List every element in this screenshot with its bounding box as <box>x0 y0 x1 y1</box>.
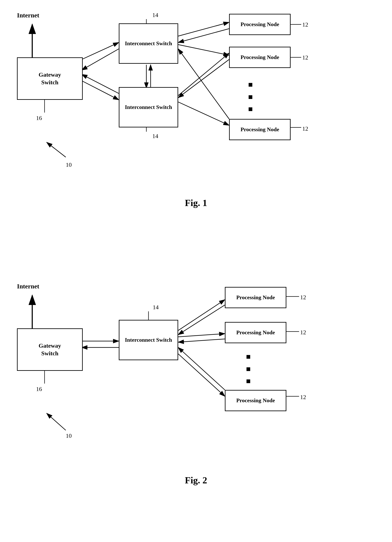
svg-line-14 <box>178 102 229 125</box>
svg-line-32 <box>178 334 225 337</box>
fig2-gateway-label: Gateway Switch <box>39 342 61 358</box>
svg-line-7 <box>82 74 119 93</box>
fig2-arrows <box>0 271 392 542</box>
fig1-label-12c: 12 <box>302 125 308 132</box>
fig2-label-12b: 12 <box>300 329 306 336</box>
figure1-section: Internet Gateway Switch Interconnect Swi… <box>0 0 392 263</box>
fig1-processing-node-1: Processing Node <box>229 14 291 35</box>
svg-line-10 <box>178 22 229 36</box>
fig2-internet-label: Internet <box>17 283 39 290</box>
svg-line-23 <box>47 142 66 157</box>
figure2-section: Internet Gateway Switch Interconnect Swi… <box>0 271 392 542</box>
svg-line-11 <box>178 29 229 43</box>
fig1-internet-label: Internet <box>17 12 39 19</box>
svg-line-12 <box>178 45 229 55</box>
fig2-processing-node-3: Processing Node <box>225 390 286 411</box>
fig2-interconnect-label: Interconnect Switch <box>125 336 172 344</box>
fig1-label-12b: 12 <box>302 54 308 61</box>
fig2-label-16: 16 <box>36 386 42 392</box>
fig1-title: Fig. 1 <box>0 198 392 208</box>
fig1-arrows <box>0 0 392 263</box>
svg-line-33 <box>178 339 225 342</box>
fig1-label-12a: 12 <box>302 21 308 28</box>
fig2-pn1-label: Processing Node <box>236 294 275 301</box>
svg-line-34 <box>178 354 225 396</box>
fig2-title: Fig. 2 <box>0 475 392 486</box>
fig1-processing-node-3: Processing Node <box>229 119 291 140</box>
svg-line-35 <box>178 347 225 390</box>
fig1-interconnect2-label: Interconnect Switch <box>125 103 172 111</box>
fig1-pn1-label: Processing Node <box>241 21 279 28</box>
fig1-interconnect-switch-2: Interconnect Switch <box>119 87 178 127</box>
fig2-interconnect-switch: Interconnect Switch <box>119 320 178 360</box>
fig2-label-12c: 12 <box>300 394 306 401</box>
fig2-gateway-switch: Gateway Switch <box>17 328 83 371</box>
fig1-label-16: 16 <box>36 115 42 121</box>
svg-line-31 <box>178 305 225 335</box>
fig1-label-10: 10 <box>66 161 72 168</box>
fig1-gateway-switch: Gateway Switch <box>17 57 83 100</box>
fig1-pn3-label: Processing Node <box>241 126 279 133</box>
svg-line-6 <box>82 81 119 100</box>
svg-line-4 <box>82 43 119 60</box>
svg-line-5 <box>82 49 119 70</box>
fig2-label-10: 10 <box>66 432 72 439</box>
svg-line-41 <box>47 413 66 430</box>
svg-line-13 <box>178 60 229 98</box>
svg-line-30 <box>178 300 225 331</box>
svg-line-16 <box>178 53 229 96</box>
fig1-label-14-top: 14 <box>152 12 158 18</box>
fig1-gateway-label: Gateway Switch <box>39 71 61 87</box>
fig2-processing-node-1: Processing Node <box>225 287 286 308</box>
fig2-label-12a: 12 <box>300 294 306 301</box>
fig1-interconnect-switch-1: Interconnect Switch <box>119 23 178 64</box>
fig2-processing-node-2: Processing Node <box>225 322 286 343</box>
fig1-pn2-label: Processing Node <box>241 54 279 61</box>
page: Internet Gateway Switch Interconnect Swi… <box>0 0 392 542</box>
fig1-label-14-bottom: 14 <box>152 133 158 140</box>
fig1-processing-node-2: Processing Node <box>229 47 291 68</box>
fig1-interconnect1-label: Interconnect Switch <box>125 40 172 47</box>
fig2-pn2-label: Processing Node <box>236 329 275 336</box>
svg-line-15 <box>178 49 229 119</box>
fig2-pn3-label: Processing Node <box>236 397 275 404</box>
fig2-label-14: 14 <box>153 304 159 311</box>
